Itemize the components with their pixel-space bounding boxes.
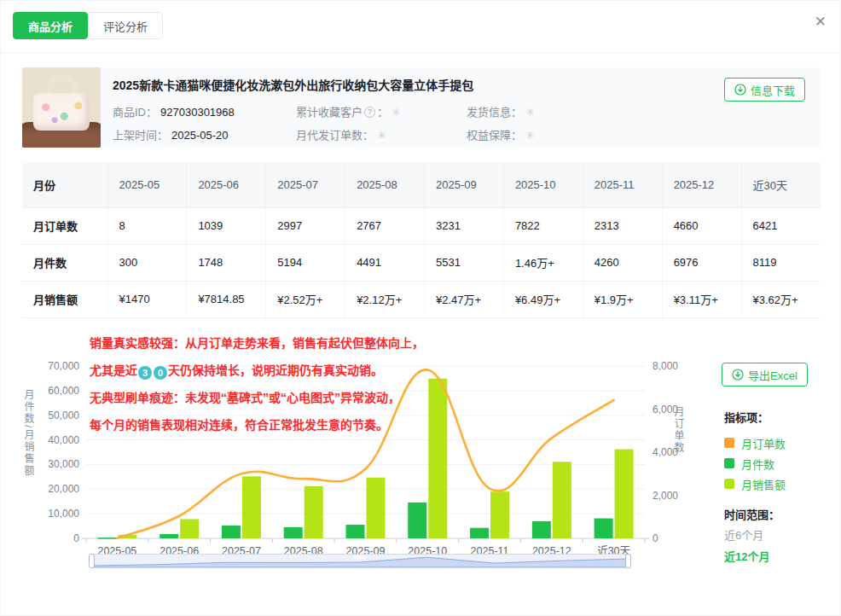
- table-cell: 2997: [266, 207, 345, 244]
- rights-label: 权益保障：: [467, 124, 522, 147]
- chart-bar-月件数: [470, 528, 489, 538]
- time-range-title: 时间范围：: [724, 506, 780, 522]
- chart-bar-月件数: [222, 526, 241, 538]
- table-cell: 8: [107, 207, 187, 244]
- table-cell: 8119: [741, 244, 821, 281]
- info-download-label: 信息下载: [751, 82, 795, 98]
- table-cell: 1748: [187, 244, 266, 281]
- table-column-header: 近30天: [741, 163, 821, 207]
- annotation-line-1: 销量真实感较强：从月订单走势来看，销售有起伏但整体向上，: [90, 329, 424, 357]
- chart-bar-月销售额: [490, 491, 509, 538]
- table-row-label: 月销售额: [22, 281, 107, 317]
- table-cell: 4491: [345, 244, 425, 281]
- left-axis-tick-label: 10,000: [48, 508, 79, 520]
- chart-bar-月件数: [346, 525, 365, 538]
- info-download-button[interactable]: 信息下载: [724, 78, 805, 102]
- help-icon[interactable]: ?: [364, 107, 375, 118]
- right-axis-title: 月订单数: [671, 406, 686, 454]
- left-axis-tick-label: 30,000: [48, 458, 79, 470]
- export-excel-label: 导出Excel: [748, 367, 798, 383]
- table-cell: 3231: [425, 207, 504, 244]
- product-image: [22, 67, 101, 148]
- download-icon: [732, 369, 744, 381]
- product-title: 2025新款卡通猫咪便捷化妆洗漱包外出旅行收纳包大容量立体手提包: [113, 76, 809, 93]
- monthly-stats-table: 月份2025-052025-062025-072025-082025-09202…: [22, 163, 821, 318]
- product-id-value: 927030301968: [160, 101, 235, 124]
- table-column-header: 2025-09: [425, 163, 504, 207]
- annotation-day-badges: 30: [137, 363, 168, 377]
- product-meta: 商品ID： 927030301968 累计收藏客户 ? ： ✳ 发货信息： ✳: [113, 101, 809, 147]
- shipping-label: 发货信息：: [467, 101, 522, 124]
- legend-label: 月订单数: [741, 435, 786, 451]
- legend-label: 月件数: [741, 456, 774, 472]
- loading-spinner-icon: ✳: [525, 101, 535, 124]
- left-axis-tick-label: 0: [73, 532, 79, 544]
- table-column-header: 2025-06: [187, 163, 266, 207]
- monthly-agent-orders-label: 月代发订单数：: [296, 124, 374, 147]
- export-excel-button[interactable]: 导出Excel: [722, 363, 808, 386]
- product-image-bag: [33, 93, 90, 131]
- datazoom-grip[interactable]: [353, 555, 367, 559]
- table-cell: 1039: [187, 207, 266, 244]
- chart-bar-月销售额: [553, 462, 571, 538]
- table-cell: 1.46万+: [503, 244, 583, 281]
- left-axis-title: 月件数/月销售额: [21, 389, 36, 477]
- favorites-colon: ：: [377, 101, 388, 124]
- legend-swatch: [724, 438, 734, 448]
- loading-spinner-icon: ✳: [392, 101, 401, 124]
- chart-bar-月销售额: [304, 486, 323, 538]
- table-column-header: 2025-11: [583, 163, 662, 207]
- chart-bar-月销售额: [242, 476, 261, 538]
- chart-bar-月件数: [160, 534, 178, 538]
- table-row-label: 月件数: [22, 244, 107, 281]
- legend-item-月订单数[interactable]: 月订单数: [724, 433, 786, 453]
- left-axis-tick-label: 50,000: [48, 410, 79, 421]
- tab-group: 商品分析 评论分析: [13, 12, 163, 39]
- table-cell: ¥1.9万+: [583, 281, 662, 317]
- table-cell: 6976: [662, 244, 741, 281]
- table-row: 月销售额¥1470¥7814.85¥2.52万+¥2.12万+¥2.47万+¥6…: [22, 281, 821, 317]
- table-column-header: 2025-07: [266, 163, 345, 207]
- legend-label: 月销售额: [741, 476, 786, 492]
- table-cell: 4660: [662, 207, 741, 244]
- legend-item-月件数[interactable]: 月件数: [724, 453, 786, 474]
- chart-bar-月销售额: [428, 379, 447, 538]
- table-cell: ¥2.47万+: [425, 281, 504, 317]
- table-column-header: 2025-12: [662, 163, 741, 207]
- day-badge: 3: [138, 366, 152, 380]
- datazoom-left-handle[interactable]: [89, 554, 95, 568]
- table-cell: 2313: [583, 207, 662, 244]
- listed-date-value: 2025-05-20: [171, 124, 229, 147]
- chart-bar-月件数: [594, 519, 613, 538]
- right-axis-tick-label: 8,000: [652, 360, 678, 372]
- table-cell: 5531: [425, 244, 504, 281]
- table-cell: ¥2.52万+: [266, 281, 345, 317]
- tab-product-analysis[interactable]: 商品分析: [13, 12, 88, 39]
- analysis-annotations: 销量真实感较强：从月订单走势来看，销售有起伏但整体向上， 尤其是近30天仍保持增…: [90, 329, 424, 439]
- table-cell: ¥2.12万+: [345, 281, 425, 317]
- chart-bar-月销售额: [615, 450, 634, 538]
- time-option-近12个月[interactable]: 近12个月: [724, 546, 769, 567]
- header-divider: [1, 52, 840, 53]
- close-icon[interactable]: ✕: [815, 15, 826, 29]
- annotation-line-2-prefix: 尤其是近: [90, 363, 137, 377]
- legend-item-月销售额[interactable]: 月销售额: [724, 474, 786, 494]
- datazoom-right-handle[interactable]: [625, 554, 631, 568]
- table-corner-header: 月份: [22, 163, 107, 207]
- product-analysis-panel: 商品分析 评论分析 ✕ 2025新款卡通猫咪便捷化妆洗漱包外出旅行收纳包大容量立…: [0, 0, 841, 616]
- left-axis-tick-label: 60,000: [48, 385, 79, 397]
- table-cell: 4260: [583, 244, 662, 281]
- table-cell: ¥6.49万+: [503, 281, 583, 317]
- chart-bar-月件数: [97, 538, 116, 539]
- time-option-近6个月[interactable]: 近6个月: [724, 525, 769, 546]
- right-axis-tick-label: 0: [652, 532, 658, 544]
- right-axis-tick-label: 2,000: [652, 490, 678, 502]
- favorites-label: 累计收藏客户: [296, 101, 362, 124]
- table-cell: ¥3.62万+: [741, 281, 821, 317]
- left-axis-tick-label: 20,000: [48, 483, 79, 495]
- table-column-header: 2025-05: [107, 163, 187, 207]
- chart-datazoom-slider[interactable]: [90, 554, 629, 568]
- tab-review-analysis[interactable]: 评论分析: [88, 12, 163, 39]
- table-column-header: 2025-08: [345, 163, 425, 207]
- table-cell: 5194: [266, 244, 345, 281]
